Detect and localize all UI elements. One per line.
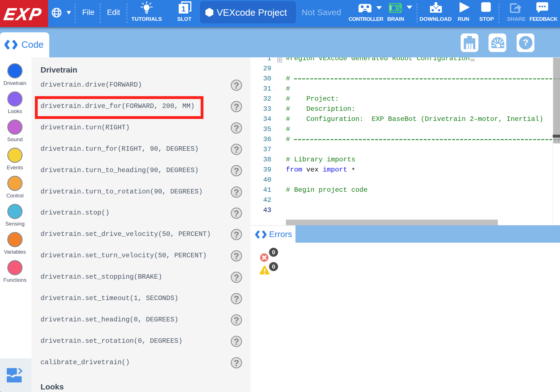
svg-text:?: ? xyxy=(523,37,528,48)
svg-text:1: 1 xyxy=(181,5,185,13)
